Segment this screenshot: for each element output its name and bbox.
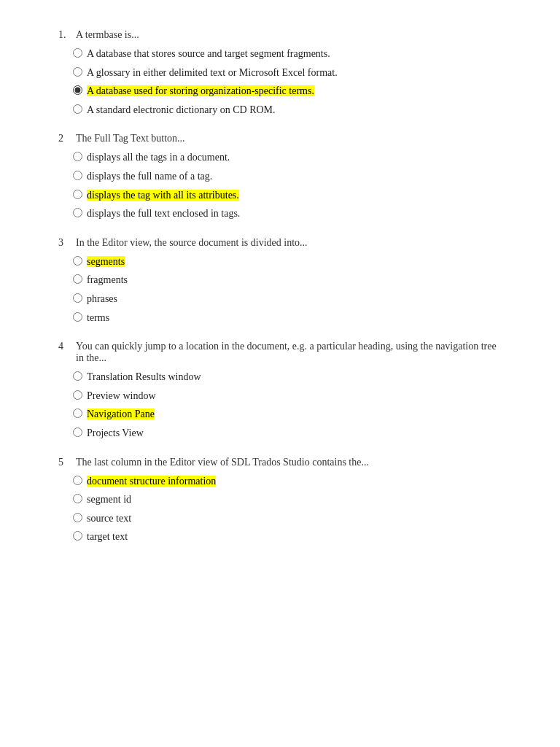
option-label-3b: fragments bbox=[87, 273, 128, 287]
option-item-1a: A database that stores source and target… bbox=[73, 47, 502, 61]
question-number-label-4: 4 bbox=[58, 341, 70, 352]
question-header-2: 2The Full Tag Text button... bbox=[58, 133, 502, 144]
option-label-5b: segment id bbox=[87, 492, 131, 507]
option-highlight-2c: displays the tag with all its attributes… bbox=[87, 190, 239, 201]
option-label-2d: displays the full text enclosed in tags. bbox=[87, 206, 240, 221]
radio-2a[interactable] bbox=[73, 152, 82, 161]
option-label-4a: Translation Results window bbox=[87, 370, 201, 384]
question-text-5: The last column in the Editor view of SD… bbox=[76, 457, 369, 468]
question-text-2: The Full Tag Text button... bbox=[76, 133, 185, 144]
question-block-4: 4You can quickly jump to a location in t… bbox=[58, 341, 502, 440]
question-block-3: 3In the Editor view, the source document… bbox=[58, 237, 502, 325]
question-block-5: 5The last column in the Editor view of S… bbox=[58, 457, 502, 544]
option-item-2d: displays the full text enclosed in tags. bbox=[73, 206, 502, 221]
option-item-1c: A database used for storing organization… bbox=[73, 84, 502, 98]
options-list-4: Translation Results windowPreview window… bbox=[73, 370, 502, 440]
option-label-4d: Projects View bbox=[87, 426, 144, 441]
radio-5a[interactable] bbox=[73, 476, 82, 485]
question-text-3: In the Editor view, the source document … bbox=[76, 237, 308, 249]
option-label-1a: A database that stores source and target… bbox=[87, 47, 330, 61]
option-label-1c: A database used for storing organization… bbox=[87, 84, 314, 98]
option-item-5d: target text bbox=[73, 530, 502, 544]
radio-5c[interactable] bbox=[73, 513, 82, 522]
radio-5b[interactable] bbox=[73, 494, 82, 503]
option-label-1b: A glossary in either delimited text or M… bbox=[87, 66, 338, 80]
option-item-3d: terms bbox=[73, 311, 502, 325]
radio-5d[interactable] bbox=[73, 531, 82, 541]
radio-2b[interactable] bbox=[73, 171, 82, 180]
option-item-4c: Navigation Pane bbox=[73, 407, 502, 422]
option-label-3c: phrases bbox=[87, 292, 117, 306]
options-list-1: A database that stores source and target… bbox=[73, 47, 502, 117]
options-list-5: document structure informationsegment id… bbox=[73, 474, 502, 544]
question-text-4: You can quickly jump to a location in th… bbox=[76, 341, 502, 364]
radio-4c[interactable] bbox=[73, 409, 82, 418]
option-label-2b: displays the full name of a tag. bbox=[87, 169, 212, 184]
option-item-5c: source text bbox=[73, 511, 502, 526]
option-label-3a: segments bbox=[87, 255, 125, 269]
radio-4b[interactable] bbox=[73, 390, 82, 400]
option-highlight-1c: A database used for storing organization… bbox=[87, 85, 314, 96]
option-item-3c: phrases bbox=[73, 292, 502, 306]
option-label-4c: Navigation Pane bbox=[87, 407, 155, 422]
option-label-5c: source text bbox=[87, 511, 131, 526]
question-number-label-3: 3 bbox=[58, 237, 70, 249]
radio-4a[interactable] bbox=[73, 371, 82, 381]
option-item-5b: segment id bbox=[73, 492, 502, 507]
option-item-3b: fragments bbox=[73, 273, 502, 287]
question-block-2: 2The Full Tag Text button...displays all… bbox=[58, 133, 502, 220]
radio-3c[interactable] bbox=[73, 293, 82, 303]
radio-2c[interactable] bbox=[73, 190, 82, 199]
question-block-1: 1.A termbase is...A database that stores… bbox=[58, 29, 502, 117]
question-header-4: 4You can quickly jump to a location in t… bbox=[58, 341, 502, 364]
option-label-5d: target text bbox=[87, 530, 128, 544]
option-label-3d: terms bbox=[87, 311, 109, 325]
option-item-4a: Translation Results window bbox=[73, 370, 502, 384]
question-number-label-5: 5 bbox=[58, 457, 70, 468]
option-item-1d: A standard electronic dictionary on CD R… bbox=[73, 103, 502, 117]
option-label-5a: document structure information bbox=[87, 474, 216, 489]
options-list-2: displays all the tags in a document.disp… bbox=[73, 150, 502, 220]
option-item-1b: A glossary in either delimited text or M… bbox=[73, 66, 502, 80]
question-text-1: A termbase is... bbox=[76, 29, 139, 41]
page: 1.A termbase is...A database that stores… bbox=[0, 0, 560, 747]
option-item-2c: displays the tag with all its attributes… bbox=[73, 188, 502, 203]
option-highlight-3a: segments bbox=[87, 256, 125, 267]
question-header-3: 3In the Editor view, the source document… bbox=[58, 237, 502, 249]
option-label-1d: A standard electronic dictionary on CD R… bbox=[87, 103, 276, 117]
radio-3b[interactable] bbox=[73, 274, 82, 284]
option-item-4d: Projects View bbox=[73, 426, 502, 441]
option-highlight-5a: document structure information bbox=[87, 476, 216, 487]
radio-2d[interactable] bbox=[73, 208, 82, 217]
option-highlight-4c: Navigation Pane bbox=[87, 409, 155, 419]
option-item-3a: segments bbox=[73, 255, 502, 269]
question-number-label-2: 2 bbox=[58, 133, 70, 144]
radio-3d[interactable] bbox=[73, 312, 82, 322]
option-label-4b: Preview window bbox=[87, 389, 156, 403]
radio-3a[interactable] bbox=[73, 256, 82, 266]
option-item-4b: Preview window bbox=[73, 389, 502, 403]
question-header-1: 1.A termbase is... bbox=[58, 29, 502, 41]
radio-4d[interactable] bbox=[73, 427, 82, 437]
options-list-3: segmentsfragmentsphrasesterms bbox=[73, 255, 502, 325]
radio-1a[interactable] bbox=[73, 48, 82, 58]
radio-1c[interactable] bbox=[73, 85, 82, 95]
question-header-5: 5The last column in the Editor view of S… bbox=[58, 457, 502, 468]
option-item-2b: displays the full name of a tag. bbox=[73, 169, 502, 184]
radio-1b[interactable] bbox=[73, 67, 82, 77]
option-item-5a: document structure information bbox=[73, 474, 502, 489]
option-item-2a: displays all the tags in a document. bbox=[73, 150, 502, 165]
option-label-2a: displays all the tags in a document. bbox=[87, 150, 230, 165]
question-number-label-1: 1. bbox=[58, 29, 70, 41]
radio-1d[interactable] bbox=[73, 104, 82, 114]
option-label-2c: displays the tag with all its attributes… bbox=[87, 188, 239, 203]
